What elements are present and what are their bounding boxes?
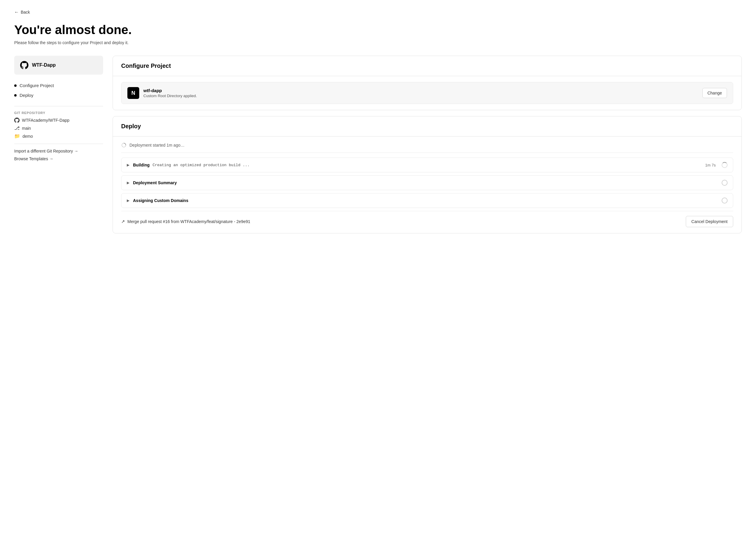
commit-text: Merge pull request #16 from WTFAcademy/f… <box>127 219 250 224</box>
configure-project-title: Configure Project <box>121 62 733 69</box>
folder-icon: 📁 <box>14 133 20 139</box>
git-folder-row: 📁 demo <box>14 133 103 139</box>
assigning-domains-row[interactable]: ▶ Assigning Custom Domains <box>121 193 733 208</box>
building-spinner-icon <box>722 162 728 168</box>
assigning-domains-item: ▶ Assigning Custom Domains <box>121 193 733 208</box>
import-repo-label: Import a different Git Repository → <box>14 149 78 153</box>
step-configure-label: Configure Project <box>20 83 54 88</box>
sidebar-divider-1 <box>14 106 103 106</box>
deployment-spinner-icon <box>121 142 126 148</box>
sidebar-divider-2 <box>14 144 103 144</box>
project-description: Custom Root Directory applied. <box>143 94 698 98</box>
deploy-panel: Deploy Deployment started 1m ago… ▶ Buil… <box>113 116 742 233</box>
project-name: wtf-dapp <box>143 88 698 93</box>
domains-pending-icon <box>722 198 728 203</box>
page-title: You're almost done. <box>14 23 742 37</box>
deploy-status: Deployment started 1m ago… <box>121 142 733 153</box>
git-info: WTFAcademy/WTF-Dapp ⎇ main 📁 demo <box>14 118 103 139</box>
deployment-summary-label: Deployment Summary <box>133 180 177 185</box>
git-repo-row: WTFAcademy/WTF-Dapp <box>14 118 103 123</box>
steps-list: Configure Project Deploy <box>14 83 103 98</box>
deploy-header: Deploy <box>113 116 741 137</box>
git-branch-row: ⎇ main <box>14 125 103 131</box>
branch-icon: ⎇ <box>14 125 20 131</box>
change-button[interactable]: Change <box>702 88 727 98</box>
repo-card: WTF-Dapp <box>14 56 103 75</box>
deploy-body: Deployment started 1m ago… ▶ Building Cr… <box>113 137 741 233</box>
deploy-status-text: Deployment started 1m ago… <box>129 143 185 148</box>
github-icon <box>20 61 28 69</box>
back-label: Back <box>21 10 30 15</box>
repo-card-name: WTF-Dapp <box>32 62 56 68</box>
building-chevron-icon: ▶ <box>127 163 129 167</box>
building-label: Building <box>133 163 150 167</box>
git-repo-name: WTFAcademy/WTF-Dapp <box>22 118 69 123</box>
building-item: ▶ Building Creating an optimized product… <box>121 158 733 172</box>
import-repo-link[interactable]: Import a different Git Repository → <box>14 149 103 153</box>
commit-link[interactable]: ↗ Merge pull request #16 from WTFAcademy… <box>121 219 250 224</box>
content-area: Configure Project N wtf-dapp Custom Root… <box>113 56 742 239</box>
project-avatar: N <box>127 87 139 99</box>
external-link-icon: ↗ <box>121 219 125 224</box>
step-deploy[interactable]: Deploy <box>14 93 103 98</box>
assigning-domains-label: Assigning Custom Domains <box>133 198 188 203</box>
git-folder-name: demo <box>23 134 33 139</box>
summary-chevron-icon: ▶ <box>127 181 129 185</box>
configure-project-body: N wtf-dapp Custom Root Directory applied… <box>113 76 741 110</box>
step-deploy-label: Deploy <box>20 93 33 98</box>
building-time: 1m 7s <box>705 163 716 167</box>
step-dot-2 <box>14 94 17 97</box>
deploy-title: Deploy <box>121 123 733 130</box>
sidebar: WTF-Dapp Configure Project Deploy GIT RE… <box>14 56 103 164</box>
step-dot-1 <box>14 84 17 87</box>
configure-project-header: Configure Project <box>113 56 741 76</box>
domains-chevron-icon: ▶ <box>127 198 129 203</box>
deploy-footer: ↗ Merge pull request #16 from WTFAcademy… <box>121 211 733 227</box>
browse-templates-link[interactable]: Browse Templates → <box>14 156 103 161</box>
back-link[interactable]: ← Back <box>14 9 742 15</box>
configure-project-panel: Configure Project N wtf-dapp Custom Root… <box>113 56 742 110</box>
git-section-label: GIT REPOSITORY <box>14 111 103 115</box>
deployment-summary-row[interactable]: ▶ Deployment Summary <box>121 176 733 190</box>
page-subtitle: Please follow the steps to configure you… <box>14 40 742 45</box>
browse-templates-label: Browse Templates → <box>14 156 53 161</box>
deployment-summary-item: ▶ Deployment Summary <box>121 175 733 190</box>
back-arrow-icon: ← <box>14 9 19 15</box>
building-command: Creating an optimized production build .… <box>153 163 702 167</box>
project-info: wtf-dapp Custom Root Directory applied. <box>143 88 698 98</box>
building-row[interactable]: ▶ Building Creating an optimized product… <box>121 158 733 172</box>
cancel-deployment-button[interactable]: Cancel Deployment <box>686 216 733 227</box>
git-branch-name: main <box>22 126 31 131</box>
project-row: N wtf-dapp Custom Root Directory applied… <box>121 82 733 104</box>
project-avatar-letter: N <box>132 90 135 96</box>
main-layout: WTF-Dapp Configure Project Deploy GIT RE… <box>14 56 742 239</box>
step-configure[interactable]: Configure Project <box>14 83 103 88</box>
summary-pending-icon <box>722 180 728 186</box>
github-repo-icon <box>14 118 20 123</box>
